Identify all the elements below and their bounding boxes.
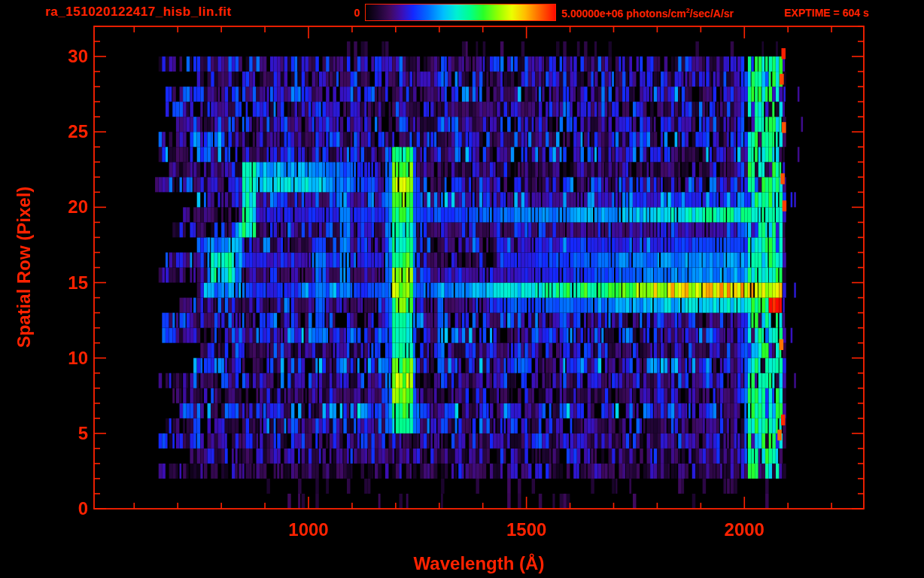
axes <box>0 0 924 578</box>
y-tick-label: 30 <box>44 46 88 67</box>
y-tick-label: 0 <box>44 498 88 519</box>
x-tick-label: 1500 <box>493 519 561 540</box>
y-tick-label: 15 <box>44 272 88 294</box>
x-tick-label: 2000 <box>710 519 778 540</box>
y-axis-title: Spatial Row (Pixel) <box>14 117 35 418</box>
plot-window: ra_151020122417_hisb_lin.fit 0 5.00000e+… <box>0 0 924 578</box>
y-tick-label: 10 <box>44 348 88 369</box>
y-tick-label: 25 <box>44 121 88 142</box>
x-axis-title: Wavelength (Å) <box>94 553 864 574</box>
x-tick-label: 1000 <box>275 519 342 540</box>
y-tick-label: 5 <box>44 423 88 444</box>
y-tick-label: 20 <box>44 196 88 218</box>
